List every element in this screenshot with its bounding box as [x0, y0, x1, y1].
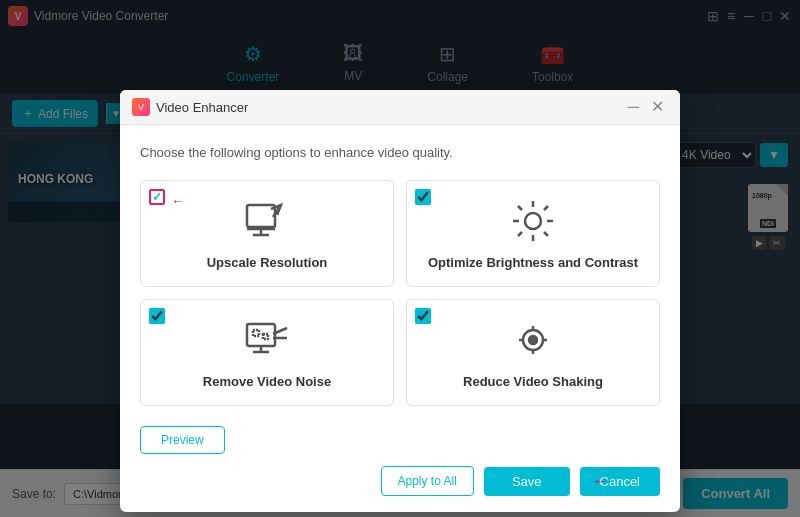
brightness-label: Optimize Brightness and Contrast	[428, 255, 638, 270]
svg-point-26	[531, 338, 535, 342]
svg-rect-17	[263, 334, 268, 339]
modal-body: Choose the following options to enhance …	[120, 125, 680, 512]
noise-label: Remove Video Noise	[203, 374, 331, 389]
options-grid: ← Upscale Resolution	[140, 180, 660, 406]
modal-description: Choose the following options to enhance …	[140, 145, 660, 160]
brightness-checkbox[interactable]	[415, 189, 431, 205]
apply-all-button[interactable]: Apply to All	[381, 466, 474, 496]
noise-checkbox[interactable]	[149, 308, 165, 324]
modal-app-icon: V	[132, 98, 150, 116]
save-button-wrapper: Save ←	[484, 467, 570, 496]
option-card-shaking: Reduce Video Shaking	[406, 299, 660, 406]
noise-icon	[243, 316, 291, 364]
upscale-label: Upscale Resolution	[207, 255, 328, 270]
modal-title: Video Enhancer	[156, 100, 248, 115]
modal-controls: ─ ✕	[624, 99, 668, 115]
svg-rect-16	[253, 330, 259, 336]
shaking-label: Reduce Video Shaking	[463, 374, 603, 389]
modal-title-left: V Video Enhancer	[132, 98, 248, 116]
video-enhancer-modal: V Video Enhancer ─ ✕ Choose the followin…	[120, 90, 680, 512]
shaking-icon	[509, 316, 557, 364]
option-card-noise: Remove Video Noise	[140, 299, 394, 406]
svg-rect-13	[247, 324, 275, 346]
save-button[interactable]: Save	[484, 467, 570, 496]
upscale-checkbox-highlight[interactable]	[149, 189, 165, 205]
modal-actions-bottom: Apply to All Save ← Cancel	[140, 466, 660, 496]
modal-actions-top: Preview	[140, 426, 660, 454]
svg-point-4	[525, 213, 541, 229]
svg-line-9	[518, 206, 522, 210]
modal-minimize-button[interactable]: ─	[624, 99, 643, 115]
option-card-brightness: Optimize Brightness and Contrast	[406, 180, 660, 287]
modal-title-bar: V Video Enhancer ─ ✕	[120, 90, 680, 125]
option-card-upscale: ← Upscale Resolution	[140, 180, 394, 287]
svg-line-11	[518, 232, 522, 236]
brightness-icon	[509, 197, 557, 245]
modal-overlay: V Video Enhancer ─ ✕ Choose the followin…	[0, 0, 800, 517]
modal-close-button[interactable]: ✕	[647, 99, 668, 115]
arrow-indicator: ←	[171, 193, 185, 209]
svg-line-12	[544, 206, 548, 210]
upscale-icon	[243, 197, 291, 245]
shaking-checkbox[interactable]	[415, 308, 431, 324]
save-arrow-indicator: ←	[592, 471, 610, 492]
svg-line-10	[544, 232, 548, 236]
preview-button[interactable]: Preview	[140, 426, 225, 454]
